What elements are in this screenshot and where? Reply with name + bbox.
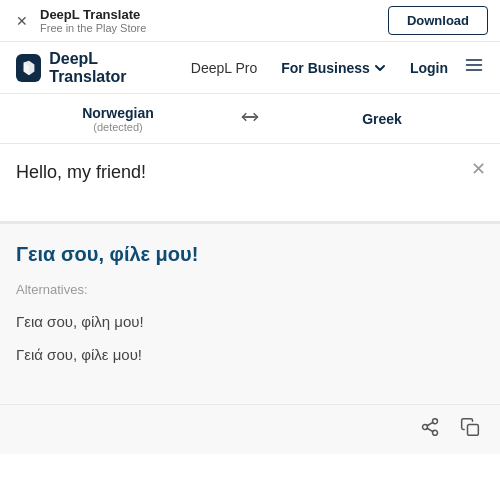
language-swap-button[interactable] bbox=[220, 107, 280, 131]
banner-left: ✕ DeepL Translate Free in the Play Store bbox=[12, 7, 146, 34]
source-language-detected: (detected) bbox=[16, 121, 220, 133]
chevron-down-icon bbox=[374, 62, 386, 74]
target-language[interactable]: Greek bbox=[280, 111, 484, 127]
logo-area: DeepL Translator bbox=[16, 50, 167, 86]
svg-line-8 bbox=[427, 428, 433, 431]
copy-button[interactable] bbox=[456, 413, 484, 446]
logo-text: DeepL Translator bbox=[49, 50, 167, 86]
svg-line-9 bbox=[427, 422, 433, 425]
alternative-1: Γεια σου, φίλη μου! bbox=[16, 305, 484, 338]
logo-icon bbox=[16, 54, 41, 82]
hamburger-icon bbox=[464, 55, 484, 75]
banner-text: DeepL Translate Free in the Play Store bbox=[40, 7, 146, 34]
share-button[interactable] bbox=[416, 413, 444, 446]
bottom-toolbar bbox=[0, 404, 500, 454]
download-button[interactable]: Download bbox=[388, 6, 488, 35]
source-language-name[interactable]: Norwegian bbox=[16, 105, 220, 121]
svg-rect-10 bbox=[468, 425, 479, 436]
navbar: DeepL Translator DeepL Pro For Business … bbox=[0, 42, 500, 94]
target-language-name[interactable]: Greek bbox=[280, 111, 484, 127]
source-area: Hello, my friend! ✕ bbox=[0, 144, 500, 224]
translation-area: Γεια σου, φίλε μου! Alternatives: Γεια σ… bbox=[0, 224, 500, 404]
banner-title: DeepL Translate bbox=[40, 7, 146, 22]
alternatives-label: Alternatives: bbox=[16, 282, 484, 297]
alternative-2: Γειά σου, φίλε μου! bbox=[16, 338, 484, 371]
source-language[interactable]: Norwegian (detected) bbox=[16, 105, 220, 133]
nav-right: Login bbox=[410, 55, 484, 80]
menu-button[interactable] bbox=[464, 55, 484, 80]
language-bar: Norwegian (detected) Greek bbox=[0, 94, 500, 144]
nav-pro[interactable]: DeepL Pro bbox=[191, 60, 257, 76]
source-text: Hello, my friend! bbox=[16, 160, 460, 185]
banner-subtitle: Free in the Play Store bbox=[40, 22, 146, 34]
clear-button[interactable]: ✕ bbox=[471, 158, 486, 180]
login-button[interactable]: Login bbox=[410, 60, 448, 76]
top-banner: ✕ DeepL Translate Free in the Play Store… bbox=[0, 0, 500, 42]
swap-icon bbox=[240, 107, 260, 127]
copy-icon bbox=[460, 417, 480, 437]
translated-text: Γεια σου, φίλε μου! bbox=[16, 240, 484, 268]
nav-business[interactable]: For Business bbox=[281, 60, 386, 76]
share-icon bbox=[420, 417, 440, 437]
banner-close-button[interactable]: ✕ bbox=[12, 11, 32, 31]
